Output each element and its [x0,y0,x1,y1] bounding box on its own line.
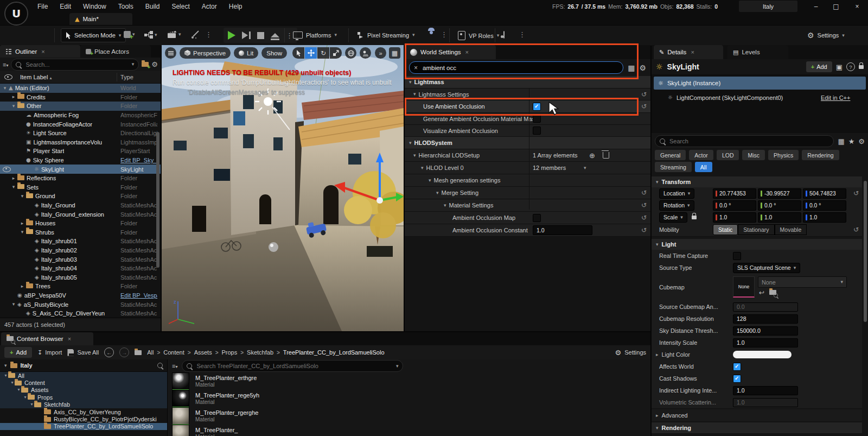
affects-world-checkbox[interactable] [733,363,741,371]
hlod-section-header[interactable]: ▾HLODSystem [405,137,650,149]
visualize-ao-checkbox[interactable] [533,127,541,135]
chip-lod[interactable]: LOD [717,150,739,160]
chevron-down-icon[interactable]: ▾ [132,62,135,67]
pixel-streaming-dropdown[interactable]: Pixel Streaming ▾ [357,31,415,39]
reset-icon[interactable]: ↺ [641,202,647,208]
breadcrumb-assets[interactable]: Assets [194,349,212,356]
cubemap-dropdown[interactable]: None▾ [758,276,847,288]
new-folder-icon[interactable]: + [142,61,149,68]
back-icon[interactable]: ← [104,347,114,357]
asset-row[interactable]: M_TreePlanter_erthgreMaterial [168,372,650,390]
real-time-capture-checkbox[interactable] [733,252,741,260]
menu-edit[interactable]: Edit [54,0,77,13]
selection-mode-dropdown[interactable]: Selection Mode ▾ [61,28,126,42]
tab-world-settings[interactable]: World Settings × [405,45,496,59]
location-z-field[interactable]: 504.74823 [803,188,846,199]
help-icon[interactable]: ? [846,62,855,71]
cast-shadows-checkbox[interactable] [733,375,741,383]
chip-general[interactable]: General [655,150,686,160]
world-coordinate-icon[interactable] [345,47,356,59]
close-tab-icon[interactable]: × [41,48,44,55]
tab-details[interactable]: ✎ Details × [654,45,723,59]
use-ambient-occlusion-row[interactable]: Use Ambient Occlusion ↺ [405,100,650,113]
tree-row[interactable]: ▾◈aS_RustyBicycleStaticMeshAc [0,300,161,309]
rotation-dropdown[interactable]: Rotation▾ [659,200,694,211]
mesh-generation-settings-row[interactable]: ▾Mesh generation settings [405,174,650,187]
menu-tools[interactable]: Tools [112,0,139,13]
tree-row[interactable]: ▾OtherFolder [0,102,161,111]
details-search[interactable] [655,135,834,147]
settings-gear-icon[interactable]: ⚙ [639,64,646,72]
paint-mode-icon[interactable] [191,30,200,40]
tree-row[interactable]: ▾Sketchfab [0,401,167,408]
breadcrumb-props[interactable]: Props [221,349,237,356]
tree-row[interactable]: ☁Atmospheric FogAtmosphericF [0,111,161,120]
tree-row[interactable]: ▾▲Main (Editor)World [0,84,161,93]
location-dropdown[interactable]: Location▾ [659,188,694,199]
forward-icon[interactable]: → [119,347,129,357]
ao-map-row[interactable]: Ambient Occlusion Map↺ [405,212,650,224]
chip-streaming[interactable]: Streaming [655,162,692,172]
browse-to-asset-icon[interactable] [769,289,776,296]
expand-toolbar-icon[interactable]: » [375,47,386,59]
close-tab-icon[interactable]: × [465,49,469,55]
tree-row[interactable]: ▾GroundFolder [0,192,161,201]
cubemap-thumbnail[interactable]: None [733,276,755,298]
chip-misc[interactable]: Misc [742,150,765,160]
light-section-header[interactable]: ▾Light [652,239,862,250]
reset-icon[interactable]: ↺ [641,189,647,196]
tree-row[interactable]: ☀Light SourceDirectionalLigl [0,129,161,138]
minimize-button[interactable]: – [808,0,824,13]
select-tool-button[interactable] [292,47,304,59]
visualize-ao-row[interactable]: Visualize Ambient Occlusion [405,125,650,137]
chip-all[interactable]: All [695,162,712,172]
blueprints-button[interactable]: ▾ [144,31,157,39]
visibility-column-eye-icon[interactable] [4,74,12,80]
hlod-level-0-row[interactable]: ▾HLOD Level 0 12 members ▾ [405,162,650,174]
scale-z-field[interactable]: 1.0 [803,212,846,223]
lightmass-section-header[interactable]: ▾Lightmass [405,76,650,89]
expand-icon[interactable]: ▸ [656,352,659,357]
light-color-swatch[interactable] [733,351,792,358]
frame-skip-button[interactable] [242,31,251,39]
generate-ao-mask-row[interactable]: Generate Ambient Occlusion Material Mask [405,113,650,125]
rotate-tool-button[interactable]: ↻ [317,47,329,59]
tree-row[interactable]: ◈S_Axis_CC_by_OliverYeunStaticMeshAc [0,309,161,318]
tab-content-browser[interactable]: Content Browser × [1,332,93,345]
details-search-input[interactable] [668,137,790,145]
chip-actor[interactable]: Actor [689,150,713,160]
add-asset-button[interactable]: + Add [4,347,32,358]
reset-icon[interactable]: ↺ [641,214,647,221]
reset-icon[interactable]: ↺ [853,190,859,197]
light-component-row[interactable]: ☼ LightComponent (SkyLightComponent0) Ed… [652,92,868,104]
stop-button[interactable] [257,32,264,39]
ao-map-checkbox[interactable] [533,214,541,222]
clear-search-icon[interactable]: × [414,64,418,72]
reset-icon[interactable]: ↺ [641,103,647,110]
tree-row[interactable]: ●Sky SphereEdit BP_Sky_S [0,156,161,165]
grid-view-icon[interactable]: ▦ [628,64,635,72]
edit-in-cpp-link[interactable]: Edit in C++ [821,94,850,101]
asset-row[interactable]: M_TreePlanter_rgergheMaterial [168,407,650,425]
rotation-y-field[interactable]: 0.0 ° [758,200,801,211]
breadcrumb-all[interactable]: All [147,349,154,356]
chevron-down-icon[interactable]: ▾ [584,166,586,170]
tree-row[interactable]: ▾Assets [0,387,167,394]
transform-section-header[interactable]: ▾Transform [652,176,862,188]
tab-place-actors[interactable]: + Place Actors [80,45,151,58]
menu-actor[interactable]: Actor [196,0,223,13]
scale-tool-button[interactable] [330,47,342,59]
chip-physics[interactable]: Physics [768,150,799,160]
sources-header[interactable]: ▾ Italy [0,359,167,372]
tree-row[interactable]: ◈Italy_shrub01StaticMeshAc [0,237,161,246]
menu-window[interactable]: Window [77,0,112,13]
reset-icon[interactable]: ↺ [853,226,859,233]
viewport[interactable]: z Perspective Lit Show ↻ [162,45,404,331]
breadcrumb-content[interactable]: Content [163,349,184,356]
virtual-camera-menu[interactable]: ⋮ [519,31,526,38]
indirect-lighting-field[interactable]: 1.0 [733,386,798,395]
sky-distance-field[interactable]: 150000.0 [733,326,798,336]
mobility-stationary[interactable]: Stationary [738,224,774,235]
asset-search-input[interactable] [195,362,371,370]
maximize-viewport-icon[interactable]: ▦ [389,47,400,59]
